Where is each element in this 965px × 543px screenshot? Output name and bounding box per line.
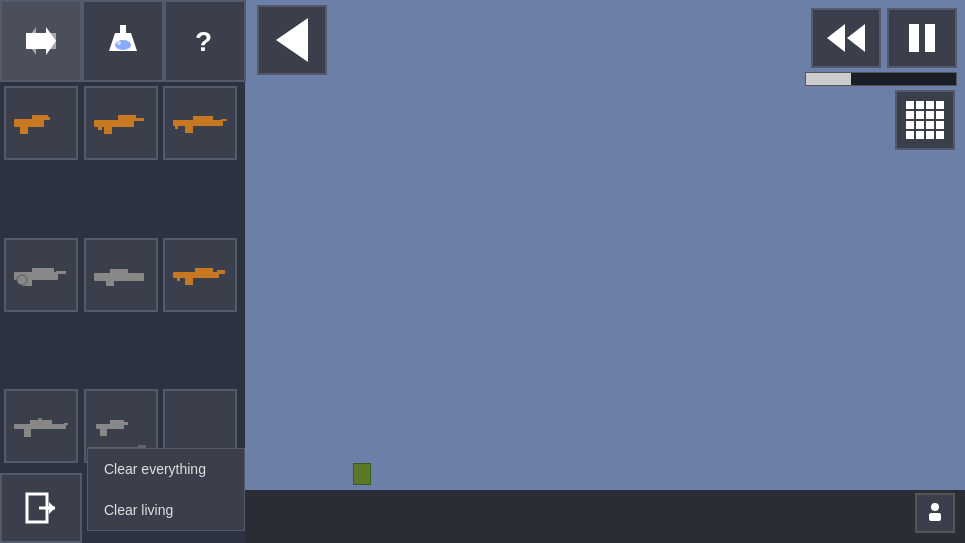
- svg-rect-13: [104, 127, 112, 134]
- question-button[interactable]: ?: [164, 0, 246, 82]
- svg-rect-34: [217, 270, 225, 274]
- person-icon: [923, 501, 947, 525]
- weapon-pistol-icon: [12, 111, 70, 135]
- weapon-lmg-icon: [12, 263, 70, 287]
- svg-marker-1: [26, 27, 56, 55]
- svg-rect-19: [221, 119, 227, 121]
- weapon-cell-4[interactable]: [4, 238, 78, 312]
- weapon-cell-2[interactable]: [84, 86, 158, 160]
- svg-rect-10: [42, 117, 50, 120]
- weapon-shotgun-icon: [92, 263, 150, 287]
- pause-icon: [909, 24, 935, 52]
- svg-rect-7: [14, 119, 44, 127]
- potion-button[interactable]: [82, 0, 164, 82]
- svg-rect-23: [32, 268, 54, 273]
- question-icon: ?: [185, 21, 225, 61]
- pause-button[interactable]: [887, 8, 957, 68]
- toolbar: ?: [0, 0, 245, 82]
- svg-rect-18: [185, 126, 193, 133]
- weapon-cell-5[interactable]: [84, 238, 158, 312]
- svg-rect-30: [106, 278, 114, 286]
- svg-rect-42: [110, 420, 124, 425]
- game-entity: [353, 463, 371, 485]
- svg-rect-15: [98, 122, 102, 130]
- bottom-right-button[interactable]: [915, 493, 955, 533]
- grid-toggle-button[interactable]: [895, 90, 955, 150]
- weapon-pistol2-icon: [92, 414, 150, 438]
- svg-rect-32: [195, 268, 213, 273]
- svg-point-50: [931, 503, 939, 511]
- progress-bar-fill: [806, 73, 851, 85]
- ground: [245, 490, 965, 543]
- svg-point-4: [115, 40, 131, 50]
- weapon-rifle-icon: [171, 111, 229, 135]
- weapon-cell-3[interactable]: [163, 86, 237, 160]
- exit-icon: [21, 488, 61, 528]
- svg-rect-21: [199, 118, 205, 122]
- exit-button[interactable]: [0, 473, 82, 543]
- svg-text:?: ?: [195, 26, 212, 57]
- svg-point-26: [17, 275, 27, 285]
- svg-rect-20: [175, 122, 178, 129]
- svg-rect-51: [929, 513, 941, 521]
- svg-rect-2: [120, 25, 126, 33]
- svg-rect-44: [122, 422, 128, 425]
- svg-rect-29: [110, 269, 128, 274]
- svg-rect-9: [20, 127, 28, 134]
- weapon-cell-6[interactable]: [163, 238, 237, 312]
- progress-bar-container: [805, 72, 957, 86]
- potion-icon: [103, 21, 143, 61]
- weapon-cell-1[interactable]: [4, 86, 78, 160]
- weapon-sniper-icon: [12, 414, 70, 438]
- svg-rect-40: [38, 418, 42, 426]
- back-arrow-icon: [276, 18, 308, 62]
- top-right-controls: [805, 8, 957, 86]
- weapon-cell-7[interactable]: [4, 389, 78, 463]
- svg-rect-35: [177, 274, 180, 281]
- weapon-carbine-icon: [171, 263, 229, 287]
- svg-rect-39: [64, 423, 68, 425]
- clear-living-button[interactable]: Clear living: [88, 490, 244, 530]
- svg-marker-49: [49, 502, 55, 514]
- context-menu: Clear everything Clear living: [87, 448, 245, 531]
- rewind-button[interactable]: [811, 8, 881, 68]
- swap-icon: [21, 21, 61, 61]
- svg-rect-14: [132, 118, 144, 121]
- svg-point-5: [117, 41, 121, 45]
- svg-rect-38: [24, 429, 31, 437]
- weapon-smg-icon: [92, 111, 150, 135]
- svg-rect-33: [185, 278, 193, 285]
- back-button[interactable]: [257, 5, 327, 75]
- rewind-icon: [827, 24, 865, 52]
- svg-rect-25: [56, 271, 66, 274]
- svg-rect-28: [94, 276, 144, 281]
- svg-rect-43: [100, 429, 107, 436]
- swap-button[interactable]: [0, 0, 82, 82]
- grid-icon: [906, 101, 944, 139]
- clear-everything-button[interactable]: Clear everything: [88, 449, 244, 490]
